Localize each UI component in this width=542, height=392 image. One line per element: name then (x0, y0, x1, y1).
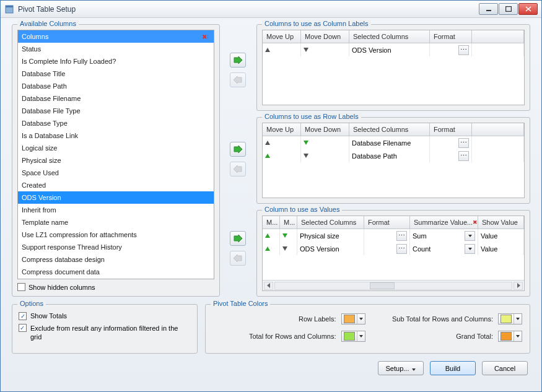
col-format-header[interactable]: Format (430, 30, 472, 43)
list-item[interactable]: Database Path (18, 80, 214, 92)
available-columns-list[interactable]: Columns✖⁝StatusIs Complete Info Fully Lo… (17, 30, 214, 279)
row-labels-group: Columns to use as Row Labels Move Up Mov… (256, 117, 530, 204)
add-to-row-labels-button[interactable] (230, 142, 246, 157)
subtotal-color-picker[interactable] (498, 313, 522, 324)
table-row[interactable]: Physical size⋯SumValue (263, 229, 524, 242)
svg-rect-1 (6, 6, 13, 7)
row-format-header[interactable]: Format (430, 123, 472, 136)
arrow-up-icon[interactable] (265, 141, 270, 145)
val-summarize-header[interactable]: Summarize Value...✖⁝ (410, 216, 478, 229)
subtotal-color-label: Sub Total for Rows and Columns: (370, 315, 494, 323)
column-labels-table[interactable]: Move Up Move Down Selected Columns Forma… (262, 30, 525, 105)
scroll-left-icon[interactable] (264, 282, 273, 290)
values-h-scrollbar[interactable] (263, 280, 524, 290)
list-item[interactable]: Inherit from (18, 204, 214, 216)
scroll-thumb[interactable] (370, 282, 395, 289)
list-item[interactable]: Database Filename (18, 92, 214, 105)
dropdown-icon (514, 331, 522, 341)
remove-from-column-labels-button[interactable] (230, 72, 246, 87)
options-group: Options Show Totals Exclude from result … (12, 304, 198, 354)
val-show-header[interactable]: Show Value (478, 216, 524, 229)
remove-from-values-button[interactable] (230, 251, 246, 266)
col-extra-header (472, 30, 524, 43)
dropdown-icon (357, 314, 365, 324)
list-item[interactable]: Database Title (18, 68, 214, 80)
ellipsis-button[interactable]: ⋯ (396, 231, 407, 241)
show-hidden-label: Show hidden columns (28, 284, 95, 291)
exclude-filtered-checkbox[interactable] (19, 324, 27, 332)
arrow-down-icon[interactable] (282, 246, 287, 251)
row-labels-color-picker[interactable] (341, 313, 365, 324)
dropdown-button[interactable] (465, 231, 475, 241)
ellipsis-button[interactable]: ⋯ (458, 151, 469, 161)
list-item[interactable]: Compress database design (18, 253, 214, 266)
add-to-values-button[interactable] (230, 231, 246, 246)
column-labels-group: Columns to use as Column Labels Move Up … (256, 24, 530, 111)
ellipsis-button[interactable]: ⋯ (458, 45, 469, 55)
available-columns-legend: Available Columns (17, 20, 79, 27)
list-item[interactable]: Status (18, 43, 214, 55)
list-item[interactable]: Template name (18, 216, 214, 229)
row-moveup-header[interactable]: Move Up (263, 123, 301, 136)
row-extra-header (472, 123, 524, 136)
col-moveup-header[interactable]: Move Up (263, 30, 301, 43)
total-color-picker[interactable] (341, 331, 365, 342)
values-table[interactable]: M... M... Selected Columns Format Summar… (262, 216, 525, 291)
scroll-right-icon[interactable] (514, 282, 523, 290)
list-item[interactable]: Compress document data (18, 266, 214, 278)
list-item[interactable]: ODS Version (18, 191, 214, 204)
close-button[interactable] (518, 3, 538, 15)
row-selected-header[interactable]: Selected Columns (349, 123, 430, 136)
row-movedown-header[interactable]: Move Down (301, 123, 349, 136)
show-hidden-checkbox[interactable] (17, 283, 25, 291)
arrow-down-icon[interactable] (304, 48, 308, 52)
col-selected-header[interactable]: Selected Columns (349, 30, 430, 43)
col-movedown-header[interactable]: Move Down (301, 30, 349, 43)
list-item[interactable]: Support response Thread History (18, 241, 214, 253)
ellipsis-button[interactable]: ⋯ (458, 138, 469, 148)
add-to-column-labels-button[interactable] (230, 53, 246, 68)
list-item[interactable]: Database Type (18, 117, 214, 129)
val-selected-header[interactable]: Selected Columns (297, 216, 364, 229)
arrow-down-icon[interactable] (282, 233, 287, 238)
dropdown-button[interactable] (465, 244, 475, 254)
arrow-up-icon[interactable] (265, 233, 270, 238)
arrow-up-icon[interactable] (265, 48, 270, 52)
val-format-header[interactable]: Format (364, 216, 410, 229)
table-row[interactable]: ODS Version⋯CountValue (263, 242, 524, 255)
table-row[interactable]: Database Filename⋯ (263, 136, 524, 149)
list-item[interactable]: Space Used (18, 167, 214, 179)
grand-total-color-picker[interactable] (498, 331, 522, 342)
column-labels-legend: Columns to use as Column Labels (262, 20, 371, 27)
arrow-down-icon[interactable] (304, 141, 308, 145)
list-item[interactable]: Created (18, 179, 214, 191)
val-moveup-header[interactable]: M... (263, 216, 280, 229)
maximize-button[interactable] (499, 3, 518, 15)
available-columns-header[interactable]: Columns✖⁝ (18, 30, 214, 43)
arrow-down-icon[interactable] (304, 154, 308, 158)
remove-from-row-labels-button[interactable] (230, 162, 246, 176)
list-item[interactable]: Is Complete Info Fully Loaded? (18, 55, 214, 68)
list-item[interactable]: Use LZ1 compression for attachments (18, 229, 214, 241)
filter-icon[interactable]: ✖⁝ (473, 219, 478, 225)
val-movedown-header[interactable]: M... (280, 216, 297, 229)
table-row[interactable]: ODS Version⋯ (263, 43, 524, 56)
row-labels-table[interactable]: Move Up Move Down Selected Columns Forma… (262, 123, 525, 198)
cancel-button[interactable]: Cancel (482, 361, 528, 375)
list-item[interactable]: Physical size (18, 154, 214, 167)
list-item[interactable]: Logical size (18, 142, 214, 154)
exclude-filtered-label: Exclude from result any information filt… (30, 324, 191, 342)
list-item[interactable]: Database File Type (18, 105, 214, 117)
ellipsis-button[interactable]: ⋯ (396, 244, 407, 254)
filter-icon[interactable]: ✖⁝ (202, 33, 210, 40)
show-totals-checkbox[interactable] (19, 312, 27, 320)
setup-button[interactable]: Setup... (378, 361, 424, 375)
build-button[interactable]: Build (430, 361, 476, 375)
titlebar[interactable]: Pivot Table Setup (1, 1, 541, 18)
table-row[interactable]: Database Path⋯ (263, 149, 524, 162)
arrow-up-icon[interactable] (265, 246, 270, 251)
minimize-button[interactable] (479, 3, 498, 15)
arrow-up-icon[interactable] (265, 154, 270, 158)
colors-legend: Pivot Table Colors (211, 300, 270, 307)
list-item[interactable]: Is a Database Link (18, 129, 214, 142)
